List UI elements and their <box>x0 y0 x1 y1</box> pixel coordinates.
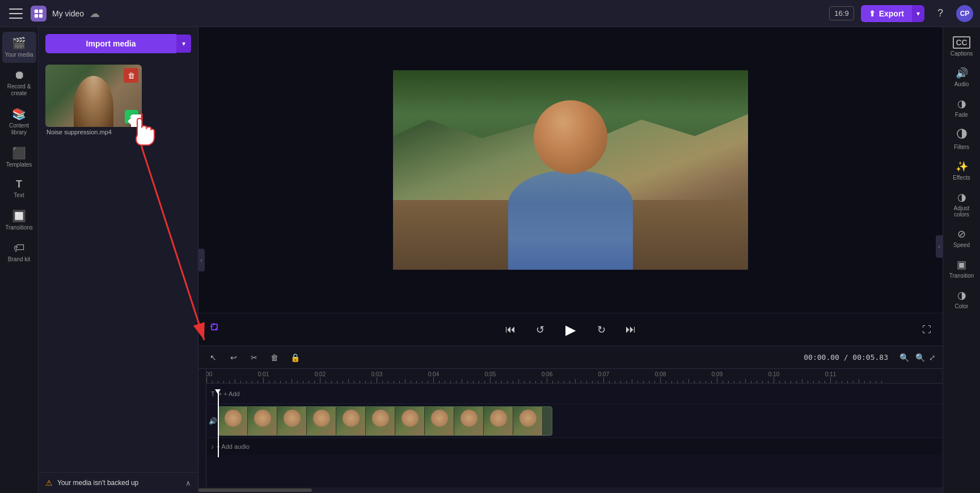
svg-rect-2 <box>35 14 38 17</box>
panel-collapse-handle[interactable]: ‹ <box>198 249 205 271</box>
ruler-label: 0:06 <box>542 371 552 377</box>
ruler-sub-tick <box>450 381 451 383</box>
aspect-ratio-badge[interactable]: 16:9 <box>829 6 854 20</box>
ruler-sub-tick <box>853 381 854 383</box>
media-item[interactable]: 🗑 + Add to timeline Noise suppression.mp… <box>45 65 142 137</box>
timeline-scrollbar[interactable] <box>198 487 943 493</box>
ruler-sub-tick <box>711 381 712 383</box>
ruler-sub-tick <box>240 381 241 383</box>
right-sidebar-item-transition[interactable]: ▣ Transition <box>945 254 979 283</box>
zoom-in-button[interactable]: 🔍 <box>913 351 927 364</box>
ruler-sub-tick <box>791 381 791 383</box>
right-sidebar-item-effects[interactable]: ✨ Effects <box>945 156 979 185</box>
fade-label: Fade <box>955 112 968 118</box>
add-title-button[interactable]: + + Add <box>218 390 240 397</box>
rewind-5s-button[interactable]: ↺ <box>530 320 550 340</box>
right-sidebar-item-filters[interactable]: Filters <box>945 124 979 155</box>
undo-button[interactable]: ↩ <box>226 350 242 366</box>
ruler-sub-tick <box>779 381 780 383</box>
import-media-button[interactable]: Import media <box>45 34 176 53</box>
ruler-sub-tick <box>467 381 468 383</box>
title-track-row: T + + Add <box>206 384 943 404</box>
right-sidebar-item-captions[interactable]: CC Captions <box>945 32 979 61</box>
cut-button[interactable]: ✂ <box>246 350 262 366</box>
right-sidebar-item-fade[interactable]: ◑ Fade <box>945 93 979 122</box>
video-thumb-9 <box>454 407 484 435</box>
ruler-sub-tick <box>864 381 865 383</box>
media-panel: Import media ▾ 🗑 + Add to timeline Noise… <box>39 27 198 493</box>
trash-icon: 🗑 <box>271 353 278 362</box>
sidebar-item-record[interactable]: ⏺ Record & create <box>2 64 36 101</box>
timeline-scrollbar-thumb[interactable] <box>198 488 312 492</box>
ruler-sub-tick <box>235 379 235 383</box>
ruler-sub-tick <box>473 381 474 383</box>
timeline-toolbar: ↖ ↩ ✂ 🗑 🔒 00:00.00 / 00:05.83 🔍 <box>198 346 943 369</box>
right-sidebar-item-color[interactable]: ◑ Color <box>945 284 979 314</box>
main-layout: 🎬 Your media ⏺ Record & create 📚 Content… <box>0 27 980 493</box>
export-dropdown-button[interactable]: ▾ <box>912 5 924 22</box>
media-thumbnail: 🗑 + Add to timeline <box>45 65 142 127</box>
skip-back-button[interactable]: ⏮ <box>500 320 521 340</box>
skip-forward-icon: ⏭ <box>626 324 636 335</box>
svg-rect-3 <box>39 14 43 17</box>
lock-button[interactable]: 🔒 <box>287 350 303 366</box>
ruler-sub-tick <box>859 379 859 383</box>
logo-icon <box>33 8 44 19</box>
video-track-clip[interactable] <box>218 406 552 436</box>
zoom-out-button[interactable]: 🔍 <box>897 351 911 364</box>
timeline-main[interactable]: 0:000:010:020:030:040:050:060:070:080:09… <box>206 369 943 487</box>
sidebar-item-transitions[interactable]: 🔲 Transitions <box>2 205 36 236</box>
hamburger-icon <box>9 7 23 20</box>
play-button[interactable]: ▶ <box>559 318 582 341</box>
ruler-sub-tick <box>558 381 559 383</box>
add-audio-button[interactable]: + Add audio <box>217 443 250 450</box>
sidebar-item-text-label: Text <box>14 192 24 199</box>
sidebar-item-templates[interactable]: ⬛ Templates <box>2 142 36 173</box>
avatar[interactable]: CP <box>956 5 973 22</box>
transition-icon: ▣ <box>957 258 966 271</box>
right-sidebar-collapse-handle[interactable]: › <box>936 235 943 258</box>
hamburger-button[interactable] <box>7 5 25 23</box>
speed-icon: ⊘ <box>957 228 966 240</box>
sidebar-item-your-media-label: Your media <box>5 52 33 58</box>
ruler-sub-tick <box>354 381 354 383</box>
person-body <box>508 170 633 270</box>
sidebar-item-brand-kit[interactable]: 🏷 Brand kit <box>2 237 36 267</box>
export-label: Export <box>879 9 904 18</box>
ruler-sub-tick <box>808 381 808 383</box>
forward-5s-button[interactable]: ↻ <box>591 320 611 340</box>
right-sidebar-item-audio[interactable]: 🔊 Audio <box>945 62 979 92</box>
sidebar-item-your-media[interactable]: 🎬 Your media <box>2 32 36 63</box>
sidebar-item-content-library[interactable]: 📚 Content library <box>2 103 36 141</box>
video-thumb-7 <box>395 407 425 435</box>
right-sidebar-item-speed[interactable]: ⊘ Speed <box>945 223 979 253</box>
delete-button[interactable]: 🗑 <box>267 350 282 366</box>
lock-icon: 🔒 <box>290 353 300 362</box>
audio-icon: 🔊 <box>956 67 968 79</box>
help-button[interactable]: ? <box>931 5 949 23</box>
ruler-sub-tick <box>876 381 876 383</box>
ruler-sub-tick <box>881 381 882 383</box>
import-dropdown-button[interactable]: ▾ <box>176 35 191 53</box>
sidebar-item-transitions-label: Transitions <box>5 224 33 231</box>
export-btn-group: ⬆ Export ▾ <box>861 5 924 22</box>
export-button[interactable]: ⬆ Export <box>861 5 912 22</box>
delete-media-button[interactable]: 🗑 <box>124 68 138 83</box>
right-sidebar-item-adjust-colors[interactable]: ◑ Adjust colors <box>945 186 979 222</box>
video-thumb-8 <box>425 407 454 435</box>
adjust-colors-icon: ◑ <box>957 191 966 203</box>
fullscreen-button[interactable]: ⛶ <box>922 325 931 335</box>
backup-chevron-icon[interactable]: ∧ <box>185 479 191 487</box>
ruler-sub-tick <box>223 381 224 383</box>
skip-forward-button[interactable]: ⏭ <box>620 320 641 340</box>
expand-timeline-button[interactable]: ⤢ <box>929 353 936 362</box>
sidebar-item-text[interactable]: T Text <box>2 174 36 203</box>
selection-tool-button[interactable]: ↖ <box>205 350 221 366</box>
media-grid: 🗑 + Add to timeline Noise suppression.mp… <box>39 60 198 472</box>
ruler-sub-tick <box>297 381 298 383</box>
crop-button[interactable] <box>210 322 222 337</box>
ruler-sub-tick <box>762 381 763 383</box>
ruler-sub-tick <box>535 381 536 383</box>
ruler-sub-tick <box>337 381 337 383</box>
topbar-right: 16:9 ⬆ Export ▾ ? CP <box>490 5 973 23</box>
